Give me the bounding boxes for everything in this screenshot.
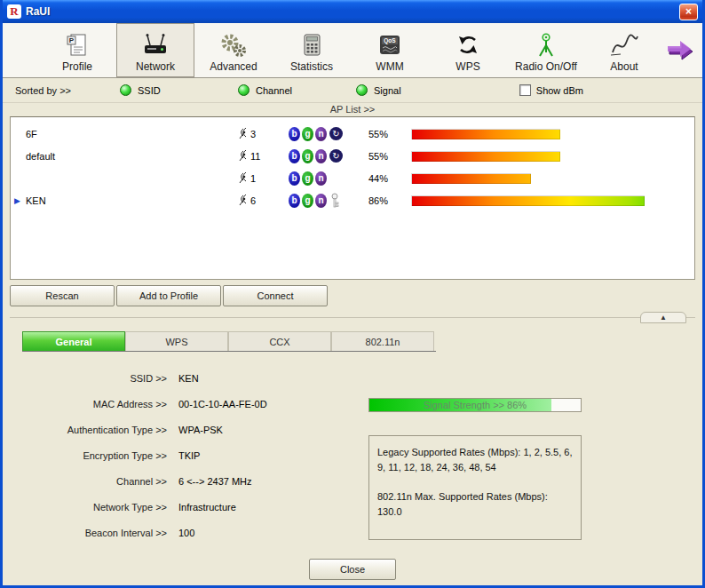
collapse-detail-button[interactable]: ▲ <box>640 312 686 323</box>
toolbar-item-wps[interactable]: WPS <box>429 23 507 77</box>
ap-channel: 6 <box>237 195 289 206</box>
toolbar-item-advanced[interactable]: Advanced <box>194 23 273 77</box>
toolbar-label-network: Network <box>136 60 175 73</box>
mode-b-badge: b <box>289 149 300 163</box>
titlebar[interactable]: R RaUI × <box>3 0 702 23</box>
ap-row-connected[interactable]: ▶ KEN 6 b g n <box>11 189 694 211</box>
toolbar-item-about[interactable]: About <box>585 23 663 77</box>
sort-by-ssid-button[interactable]: SSID <box>120 84 238 96</box>
signal-strength-bar: Signal Strength >> 86% <box>368 398 582 412</box>
ap-mode-badges: b g n ↻ <box>289 149 368 163</box>
toolbar-item-statistics[interactable]: Statistics <box>273 23 351 77</box>
field-list: SSID >> KEN MAC Address >> 00-1C-10-AA-F… <box>3 352 356 553</box>
mode-b-badge: b <box>289 171 300 186</box>
toolbar-label-wps: WPS <box>455 60 479 73</box>
antenna-icon <box>237 150 248 162</box>
field-value: TKIP <box>167 450 200 461</box>
profile-icon: P <box>64 27 91 59</box>
window-close-button[interactable]: × <box>679 4 698 20</box>
toolbar-item-network[interactable]: Network <box>116 23 194 77</box>
window-title: RaUI <box>26 5 50 18</box>
tab-80211n[interactable]: 802.11n <box>331 331 434 351</box>
close-button[interactable]: Close <box>309 559 396 580</box>
ap-mode-badges: b g n <box>289 171 368 186</box>
security-key-icon <box>330 193 339 208</box>
ap-mode-badges: b g n ↻ <box>289 127 368 141</box>
sort-bar: Sorted by >> SSID Channel Signal Show dB… <box>3 78 702 103</box>
show-dbm-label: Show dBm <box>536 85 583 96</box>
signal-bar <box>411 173 683 184</box>
toolbar-item-radio-on-off[interactable]: Radio On/Off <box>507 23 585 77</box>
statistics-icon <box>298 27 325 59</box>
signal-bar-fill <box>411 151 560 162</box>
show-dbm-toggle[interactable]: Show dBm <box>519 84 583 96</box>
add-to-profile-button[interactable]: Add to Profile <box>116 285 221 306</box>
network-icon <box>140 27 170 59</box>
tab-wps[interactable]: WPS <box>125 331 228 351</box>
mode-n-badge: n <box>315 127 327 141</box>
wps-capable-icon: ↻ <box>329 127 343 140</box>
ap-channel: 11 <box>237 150 289 162</box>
toolbar-label-wmm: WMM <box>376 60 403 73</box>
field-mac-address: MAC Address >> 00-1C-10-AA-FE-0D <box>3 399 356 409</box>
mode-n-badge: n <box>315 171 327 186</box>
purple-arrow-icon <box>665 39 697 62</box>
toolbar-item-profile[interactable]: P Profile <box>38 23 116 77</box>
detail-tabs: General WPS CCX 802.11n <box>22 331 436 352</box>
ap-ssid: default <box>26 151 237 162</box>
mode-g-badge: g <box>302 127 313 141</box>
mode-g-badge: g <box>302 149 313 163</box>
field-ssid: SSID >> KEN <box>3 373 356 384</box>
field-value: 6 <--> 2437 MHz <box>167 476 252 487</box>
mode-g-badge: g <box>302 194 313 208</box>
field-value: 00-1C-10-AA-FE-0D <box>167 399 267 409</box>
sort-by-channel-button[interactable]: Channel <box>238 84 356 96</box>
mode-n-badge: n <box>315 194 327 208</box>
ap-row[interactable]: default 11 b g n ↻ 55% <box>11 145 694 167</box>
channel-number: 1 <box>250 173 256 184</box>
detail-right-column: Signal Strength >> 86% Legacy Supported … <box>368 352 590 553</box>
field-label: Channel >> <box>3 476 167 487</box>
field-channel: Channel >> 6 <--> 2437 MHz <box>3 476 356 487</box>
ap-row[interactable]: 1 b g n 44% <box>11 167 694 189</box>
show-dbm-checkbox[interactable] <box>519 84 531 96</box>
ap-channel: 3 <box>237 128 289 139</box>
field-label: SSID >> <box>3 373 167 384</box>
supported-rates-box: Legacy Supported Rates (Mbps): 1, 2, 5.5… <box>368 435 582 540</box>
sort-by-signal-button[interactable]: Signal <box>356 84 474 96</box>
toolbar-label-radio: Radio On/Off <box>515 60 577 73</box>
svg-text:QoS: QoS <box>384 37 396 44</box>
raui-window: R RaUI × P Profile <box>0 0 705 588</box>
connect-button[interactable]: Connect <box>223 285 328 306</box>
green-led-icon <box>120 84 131 96</box>
green-led-icon <box>356 84 368 96</box>
radio-antenna-icon <box>533 27 559 59</box>
wps-capable-icon: ↻ <box>329 149 343 163</box>
ap-list-header: AP List >> <box>3 103 702 116</box>
field-network-type: Network Type >> Infrastructure <box>3 502 356 513</box>
sort-ssid-label: SSID <box>138 85 161 96</box>
tab-general[interactable]: General <box>22 331 125 351</box>
80211n-max-rates-text: 802.11n Max. Supported Rates (Mbps): 130… <box>377 489 573 520</box>
advanced-icon <box>218 27 249 59</box>
next-page-arrow-button[interactable] <box>665 23 702 77</box>
field-label: MAC Address >> <box>3 399 167 409</box>
general-panel: SSID >> KEN MAC Address >> 00-1C-10-AA-F… <box>3 352 702 553</box>
rescan-button[interactable]: Rescan <box>10 285 115 306</box>
tab-ccx[interactable]: CCX <box>228 331 331 351</box>
antenna-icon <box>237 172 248 184</box>
signal-bar <box>411 129 683 139</box>
app-logo-icon: R <box>7 4 21 19</box>
ap-mode-badges: b g n <box>289 193 368 208</box>
toolbar-item-wmm[interactable]: QoS WMM <box>351 23 429 77</box>
action-buttons: Rescan Add to Profile Connect <box>3 280 702 310</box>
sort-channel-label: Channel <box>256 85 292 96</box>
toolbar: P Profile Network <box>3 23 702 78</box>
field-label: Network Type >> <box>3 502 167 513</box>
signal-bar <box>411 151 683 162</box>
antenna-icon <box>237 195 248 206</box>
field-encryption-type: Encryption Type >> TKIP <box>3 450 356 461</box>
signal-bar-fill <box>411 173 531 184</box>
ap-row[interactable]: 6F 3 b g n ↻ 55% <box>11 123 694 145</box>
signal-bar <box>411 195 683 206</box>
